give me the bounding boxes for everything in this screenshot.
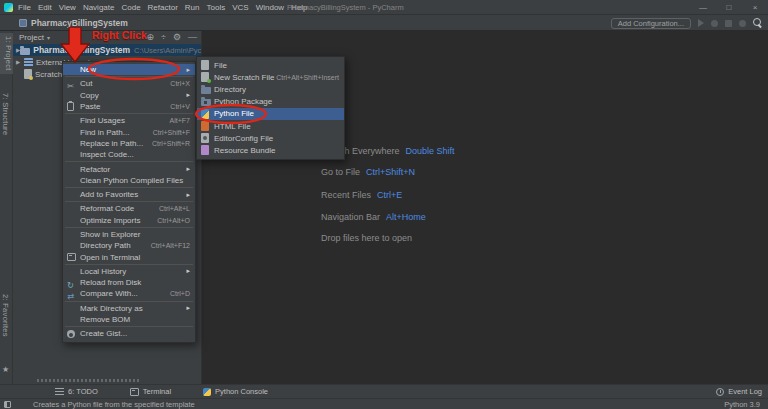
menu-item-python-file[interactable]: Python File bbox=[197, 108, 344, 120]
menu-item-resource-bundle[interactable]: Resource Bundle bbox=[197, 144, 344, 156]
chevron-down-icon: ▾ bbox=[47, 34, 50, 41]
minimize-icon[interactable]: — bbox=[690, 0, 716, 15]
context-menu: New▸CutCtrl+XCopy▸PasteCtrl+VFind Usages… bbox=[62, 61, 196, 343]
toolwindow-tab-structure[interactable]: 7: Structure bbox=[1, 93, 10, 135]
toolwindow-toggle-icon[interactable] bbox=[4, 401, 11, 408]
menu-item-refactor[interactable]: Refactor▸ bbox=[63, 163, 195, 174]
toolwindow-tab-favorites[interactable]: 2: Favorites bbox=[1, 294, 10, 337]
collapse-all-icon[interactable]: ÷ bbox=[161, 32, 166, 43]
hide-panel-icon[interactable]: — bbox=[188, 32, 197, 43]
welcome-line-go-to-file: Go to FileCtrl+Shift+N bbox=[321, 166, 415, 178]
event-log-label: Event Log bbox=[728, 387, 762, 396]
menu-item-icon-slot bbox=[201, 72, 214, 82]
menu-item-mark-directory-as[interactable]: Mark Directory as▸ bbox=[63, 303, 195, 314]
tree-row-pharmacybillingsystem[interactable]: ▶PharmacyBillingSystemC:\Users\Admin\Pyc… bbox=[13, 44, 202, 56]
menu-item-open-in-terminal[interactable]: Open in Terminal bbox=[63, 251, 195, 262]
menu-item-inspect-code[interactable]: Inspect Code... bbox=[63, 149, 195, 160]
project-panel-title[interactable]: Project bbox=[19, 33, 44, 42]
menu-item-remove-bom[interactable]: Remove BOM bbox=[63, 314, 195, 325]
menu-separator bbox=[65, 76, 193, 77]
menu-code[interactable]: Code bbox=[121, 3, 140, 12]
python-interpreter[interactable]: Python 3.9 bbox=[724, 400, 760, 409]
maximize-icon[interactable]: □ bbox=[716, 0, 742, 15]
menu-item-html-file[interactable]: HTML File bbox=[197, 120, 344, 132]
menu-item-reload-from-disk[interactable]: Reload from Disk bbox=[63, 277, 195, 288]
menu-item-compare-with[interactable]: Compare With...Ctrl+D bbox=[63, 288, 195, 299]
menu-item-directory[interactable]: Directory bbox=[197, 83, 344, 95]
menu-tools[interactable]: Tools bbox=[207, 3, 226, 12]
menu-item-shortcut: Ctrl+Alt+Shift+Insert bbox=[276, 74, 339, 81]
toolwindow-tab-python-console[interactable]: Python Console bbox=[203, 387, 268, 396]
submenu-arrow-icon: ▸ bbox=[183, 267, 190, 275]
menu-item-add-to-favorites[interactable]: Add to Favorites▸ bbox=[63, 189, 195, 200]
menu-file[interactable]: File bbox=[18, 3, 31, 12]
toolwindow-tab-terminal[interactable]: Terminal bbox=[130, 387, 171, 396]
menu-item-new-scratch-file[interactable]: New Scratch FileCtrl+Alt+Shift+Insert bbox=[197, 71, 344, 83]
menu-edit[interactable]: Edit bbox=[38, 3, 52, 12]
close-icon[interactable]: × bbox=[742, 0, 768, 15]
menu-item-local-history[interactable]: Local History▸ bbox=[63, 266, 195, 277]
menu-run[interactable]: Run bbox=[185, 3, 200, 12]
menu-view[interactable]: View bbox=[59, 3, 76, 12]
menu-item-find-usages[interactable]: Find UsagesAlt+F7 bbox=[63, 115, 195, 126]
menu-item-python-package[interactable]: Python Package bbox=[197, 96, 344, 108]
menu-item-optimize-imports[interactable]: Optimize ImportsCtrl+Alt+O bbox=[63, 215, 195, 226]
settings-gear-icon[interactable]: ⚙ bbox=[173, 32, 181, 43]
menu-item-label: Inspect Code... bbox=[80, 150, 134, 159]
status-message: Creates a Python file from the specified… bbox=[33, 400, 195, 409]
menu-item-paste[interactable]: PasteCtrl+V bbox=[63, 101, 195, 112]
menu-item-create-gist[interactable]: Create Gist... bbox=[63, 328, 195, 339]
cut-icon bbox=[67, 75, 74, 93]
menu-item-clean-python-compiled-files[interactable]: Clean Python Compiled Files bbox=[63, 175, 195, 186]
menu-item-shortcut: Ctrl+X bbox=[170, 80, 190, 87]
menu-separator bbox=[65, 161, 193, 162]
menu-vcs[interactable]: VCS bbox=[232, 3, 248, 12]
locate-icon[interactable]: ⊕ bbox=[146, 32, 154, 43]
menu-item-label: Create Gist... bbox=[80, 329, 127, 338]
menu-item-icon-slot bbox=[67, 253, 80, 261]
status-bar: Creates a Python file from the specified… bbox=[0, 398, 768, 409]
menu-item-new[interactable]: New▸ bbox=[63, 64, 195, 75]
menu-separator bbox=[65, 326, 193, 327]
menu-item-icon-slot bbox=[201, 97, 214, 106]
menu-item-label: Replace in Path... bbox=[80, 139, 143, 148]
menu-item-editorconfig-file[interactable]: EditorConfig File bbox=[197, 132, 344, 144]
toolwindow-tab-project[interactable]: 1: Project bbox=[0, 33, 13, 74]
menu-item-show-in-explorer[interactable]: Show in Explorer bbox=[63, 229, 195, 240]
project-folder-icon bbox=[20, 48, 30, 55]
menu-item-reformat-code[interactable]: Reformat CodeCtrl+Alt+L bbox=[63, 203, 195, 214]
menu-separator bbox=[65, 264, 193, 265]
breadcrumb-project[interactable]: PharmacyBillingSystem bbox=[31, 18, 128, 28]
coverage-icon[interactable] bbox=[725, 20, 732, 27]
menu-item-file[interactable]: File bbox=[197, 59, 344, 71]
welcome-label: Navigation Bar bbox=[321, 212, 380, 222]
menu-item-label: Optimize Imports bbox=[80, 216, 140, 225]
menu-item-shortcut: Alt+F7 bbox=[170, 117, 190, 124]
menu-item-copy[interactable]: Copy▸ bbox=[63, 90, 195, 101]
horizontal-scrollbar[interactable] bbox=[37, 379, 140, 382]
menu-item-cut[interactable]: CutCtrl+X bbox=[63, 78, 195, 89]
menu-navigate[interactable]: Navigate bbox=[83, 3, 115, 12]
profiler-icon[interactable] bbox=[739, 20, 746, 27]
menu-item-replace-in-path[interactable]: Replace in Path...Ctrl+Shift+R bbox=[63, 138, 195, 149]
expand-arrow-icon[interactable]: ▶ bbox=[16, 59, 24, 65]
toolwindow-bar: 6: TODOTerminalPython Console Event Log bbox=[0, 384, 768, 398]
event-log-tab[interactable]: Event Log bbox=[716, 387, 762, 396]
run-icon[interactable] bbox=[698, 19, 704, 27]
debug-icon[interactable] bbox=[711, 20, 718, 27]
menu-item-label: Open in Terminal bbox=[80, 253, 140, 262]
submenu-arrow-icon: ▸ bbox=[183, 191, 190, 199]
menu-refactor[interactable]: Refactor bbox=[148, 3, 178, 12]
menu-item-directory-path[interactable]: Directory PathCtrl+Alt+F12 bbox=[63, 240, 195, 251]
menu-item-label: Compare With... bbox=[80, 289, 138, 298]
welcome-shortcut: Ctrl+Shift+N bbox=[366, 167, 415, 177]
menu-item-shortcut: Ctrl+D bbox=[170, 290, 190, 297]
menu-item-label: Add to Favorites bbox=[80, 190, 138, 199]
menu-window[interactable]: Window bbox=[256, 3, 284, 12]
search-icon[interactable] bbox=[753, 18, 763, 28]
menu-item-label: Find Usages bbox=[80, 116, 125, 125]
toolwindow-tab-6-todo[interactable]: 6: TODO bbox=[55, 387, 98, 396]
add-configuration-button[interactable]: Add Configuration... bbox=[611, 18, 691, 29]
menu-item-find-in-path[interactable]: Find in Path...Ctrl+Shift+F bbox=[63, 126, 195, 137]
project-icon bbox=[19, 19, 27, 27]
